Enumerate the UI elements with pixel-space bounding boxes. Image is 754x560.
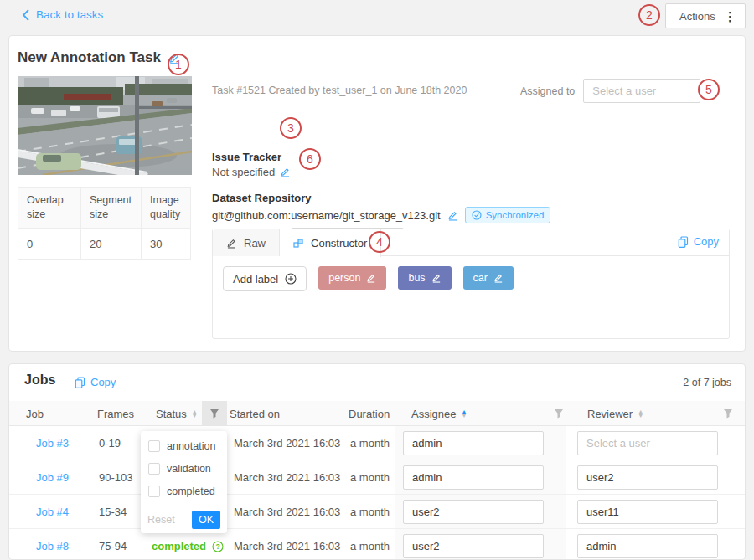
assignee-input[interactable] xyxy=(403,431,544,455)
actions-button[interactable]: Actions ⋮ xyxy=(665,3,746,28)
reviewer-filter-button[interactable] xyxy=(723,401,733,426)
tab-raw[interactable]: Raw xyxy=(213,229,280,256)
filter-reset-button[interactable]: Reset xyxy=(147,514,175,526)
params-value-row: 0 20 30 xyxy=(18,229,190,260)
col-reviewer[interactable]: Reviewer ▲ ▼ xyxy=(587,401,643,426)
filter-validation-label: validation xyxy=(167,463,211,475)
task-preview-image xyxy=(18,76,192,175)
reviewer-input[interactable] xyxy=(577,534,718,558)
task-title-row: New Annotation Task xyxy=(18,49,181,66)
status-sort-icon[interactable]: ▲ ▼ xyxy=(192,409,198,418)
caret-down-icon: ▼ xyxy=(461,414,467,418)
duration-cell: a month xyxy=(350,426,390,460)
back-to-tasks-link[interactable]: Back to tasks xyxy=(22,8,103,21)
labels-copy-button[interactable]: Copy xyxy=(678,235,719,248)
filter-option-completed[interactable]: completed xyxy=(141,480,227,502)
edit-label-icon[interactable] xyxy=(493,273,504,283)
jobs-count: 2 of 7 jobs xyxy=(683,377,731,388)
started-cell: March 3rd 2021 16:03 xyxy=(234,426,340,460)
dataset-repository-row: git@github.com:username/git_storage_v123… xyxy=(212,207,550,223)
svg-text:?: ? xyxy=(215,542,219,551)
jobs-copy-button[interactable]: Copy xyxy=(75,376,116,388)
caret-down-icon: ▼ xyxy=(638,414,643,418)
task-meta: Task #1521 Created by test_user_1 on Jun… xyxy=(212,85,467,96)
plus-circle-icon xyxy=(285,273,297,285)
started-cell: March 3rd 2021 16:03 xyxy=(234,495,340,529)
jobs-table-header: Job Frames Status ▲ ▼ Started on Duratio… xyxy=(9,401,745,426)
job-row-9: Job #9 90-103 March 3rd 2021 16:03 a mon… xyxy=(9,460,745,495)
edit-repository-icon[interactable] xyxy=(447,210,458,221)
reviewer-input[interactable] xyxy=(577,431,718,455)
filter-option-validation[interactable]: validation xyxy=(141,457,227,480)
labels-copy-label: Copy xyxy=(694,235,719,248)
col-assignee[interactable]: Assignee ▲ ▼ xyxy=(411,401,467,426)
filter-ok-button[interactable]: OK xyxy=(192,511,220,529)
frames-cell: 0-19 xyxy=(99,426,121,460)
task-card: New Annotation Task xyxy=(8,35,746,352)
status-filter-button[interactable] xyxy=(202,401,227,426)
task-assignee-input[interactable] xyxy=(583,79,700,103)
reviewer-sort-icon[interactable]: ▲ ▼ xyxy=(638,409,643,418)
col-started-on[interactable]: Started on xyxy=(230,401,280,426)
assignee-input[interactable] xyxy=(403,534,544,558)
labels-editor: Raw Constructor Copy Add label xyxy=(212,229,730,339)
job-link[interactable]: Job #4 xyxy=(36,495,69,529)
job-link[interactable]: Job #9 xyxy=(36,460,69,495)
assignee-filter-button[interactable] xyxy=(554,401,564,426)
filter-annotation-label: annotation xyxy=(167,440,215,452)
caret-down-icon: ▼ xyxy=(192,414,198,418)
issue-tracker-label: Issue Tracker xyxy=(212,151,281,163)
job-link[interactable]: Job #3 xyxy=(36,426,69,460)
dataset-repository-url: git@github.com:username/git_storage_v123… xyxy=(212,209,441,222)
annotation-circle-3: 3 xyxy=(280,117,302,139)
actions-label: Actions xyxy=(679,10,715,23)
jobs-title: Jobs xyxy=(24,372,55,388)
job-row-8: Job #8 75-94 completed ? March 3rd 2021 … xyxy=(9,529,745,560)
frames-cell: 15-34 xyxy=(99,495,127,529)
annotation-circle-2: 2 xyxy=(638,4,660,26)
blocks-icon xyxy=(293,238,304,249)
chevron-left-icon xyxy=(22,9,29,21)
col-duration[interactable]: Duration xyxy=(349,401,390,426)
edit-issue-tracker-icon[interactable] xyxy=(280,167,291,177)
filter-option-annotation[interactable]: annotation xyxy=(141,434,227,457)
labels-tab-bar: Raw Constructor Copy xyxy=(213,229,729,256)
tab-constructor[interactable]: Constructor xyxy=(280,229,381,257)
edit-label-icon[interactable] xyxy=(366,273,376,283)
started-cell: March 3rd 2021 16:03 xyxy=(234,460,340,495)
label-chip-bus[interactable]: bus xyxy=(398,266,451,290)
label-car-name: car xyxy=(473,272,488,284)
issue-tracker-value: Not specified xyxy=(212,166,275,178)
edit-label-icon[interactable] xyxy=(431,273,442,283)
col-job[interactable]: Job xyxy=(26,401,44,426)
assignee-input[interactable] xyxy=(403,500,544,524)
annotation-circle-5: 5 xyxy=(698,79,720,100)
params-header-row: Overlap size Segment size Image quality xyxy=(18,188,190,229)
checkbox-unchecked-icon[interactable] xyxy=(148,486,160,497)
reviewer-input[interactable] xyxy=(577,465,718,490)
checkbox-unchecked-icon[interactable] xyxy=(148,463,160,475)
add-label-button[interactable]: Add label xyxy=(223,266,307,291)
dataset-repository-label: Dataset Repository xyxy=(212,192,311,204)
label-chip-person[interactable]: person xyxy=(318,266,386,290)
copy-icon xyxy=(75,377,85,388)
checkbox-unchecked-icon[interactable] xyxy=(148,440,160,452)
assignee-input[interactable] xyxy=(403,465,544,490)
status-filter-dropdown: annotation validation completed Reset OK xyxy=(141,431,227,533)
jobs-card: Jobs Copy 2 of 7 jobs Job Frames Status … xyxy=(8,363,746,560)
col-reviewer-label: Reviewer xyxy=(587,408,633,420)
reviewer-input[interactable] xyxy=(577,500,718,524)
task-title: New Annotation Task xyxy=(18,49,161,66)
col-status[interactable]: Status ▲ ▼ xyxy=(156,401,198,426)
col-status-label: Status xyxy=(156,408,187,420)
labels-list: Add label person bus xyxy=(213,256,729,301)
funnel-icon xyxy=(554,408,564,419)
job-link[interactable]: Job #8 xyxy=(36,529,69,560)
label-chip-car[interactable]: car xyxy=(463,266,514,290)
label-person-name: person xyxy=(328,272,360,284)
col-frames[interactable]: Frames xyxy=(97,401,134,426)
assignee-sort-icon[interactable]: ▲ ▼ xyxy=(461,409,467,418)
question-circle-icon[interactable]: ? xyxy=(212,541,224,552)
filter-completed-label: completed xyxy=(167,486,215,497)
job-row-3: Job #3 0-19 March 3rd 2021 16:03 a month xyxy=(9,426,745,460)
